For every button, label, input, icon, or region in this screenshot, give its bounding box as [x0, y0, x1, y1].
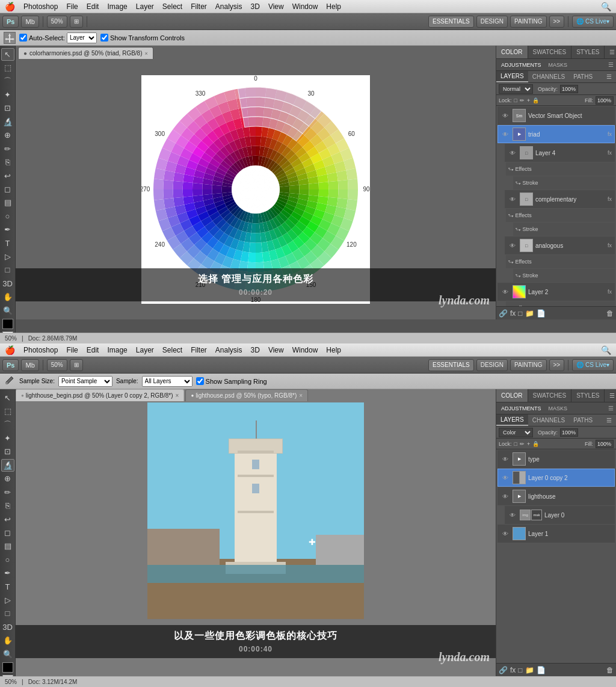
hand-tool-btn-b[interactable]: ✋	[1, 634, 14, 646]
move-tool-btn-b[interactable]: ↖	[1, 392, 14, 404]
menu-view[interactable]: View	[268, 2, 284, 11]
styles-tab-b[interactable]: STYLES	[571, 389, 605, 402]
layer-complementary[interactable]: 👁 □ complementary fx	[505, 190, 615, 208]
menu-select-b[interactable]: Select	[162, 346, 182, 354]
menu-image[interactable]: Image	[107, 2, 127, 11]
new-layer-btn[interactable]: 📄	[537, 309, 546, 318]
arrange-btn[interactable]: ⊞	[70, 16, 83, 28]
clone-tool-btn-b[interactable]: ⎘	[1, 499, 14, 511]
menu-edit[interactable]: Edit	[87, 2, 99, 11]
layer-eye-comp[interactable]: 👁	[508, 194, 517, 204]
foreground-color-b[interactable]	[2, 662, 13, 673]
history-brush-btn-b[interactable]: ↩	[1, 513, 14, 525]
clone-tool-btn[interactable]: ⎘	[1, 156, 14, 168]
menu-select[interactable]: Select	[162, 2, 182, 11]
color-harmonies-tab[interactable]: ● colorharmonies.psd @ 50% (triad, RGB/8…	[18, 47, 153, 59]
layer-eye-4[interactable]: 👁	[508, 148, 517, 158]
gradient-tool-btn[interactable]: ▤	[1, 197, 14, 209]
layer-0-mask[interactable]: 👁 img msk Layer 0	[505, 506, 615, 524]
brush-tool-btn-b[interactable]: ✏	[1, 486, 14, 498]
menu-analysis[interactable]: Analysis	[215, 2, 242, 11]
color-tab[interactable]: COLOR	[496, 46, 528, 58]
color-tab-b[interactable]: COLOR	[496, 389, 528, 402]
design-btn-b[interactable]: DESIGN	[476, 359, 508, 371]
menu-file[interactable]: File	[66, 2, 78, 11]
eraser-tool-btn[interactable]: ◻	[1, 183, 14, 195]
path-select-btn[interactable]: ▷	[1, 250, 14, 262]
eyedropper-btn[interactable]: 🔬	[1, 116, 14, 128]
more-btn-b[interactable]: >>	[549, 359, 565, 371]
channels-tab-b[interactable]: CHANNELS	[528, 414, 569, 426]
layer-eye-copy2[interactable]: 👁	[500, 473, 510, 482]
add-style-btn-b[interactable]: fx	[510, 666, 516, 674]
layer-eye-1b[interactable]: 👁	[500, 529, 510, 538]
pen-tool-btn-b[interactable]: ✒	[1, 567, 14, 579]
blend-mode-select[interactable]: Normal Multiply Color	[499, 84, 533, 94]
layer-analogous[interactable]: 👁 □ analogous fx	[505, 236, 615, 254]
lock-transparent-btn[interactable]: □	[514, 97, 517, 103]
panel-menu-btn[interactable]: ☰	[605, 46, 616, 58]
menu-photoshop[interactable]: Photoshop	[23, 2, 58, 11]
text-tool-btn[interactable]: T	[1, 237, 14, 249]
cs-live-btn-b[interactable]: 🌐 CS Live▾	[572, 359, 614, 371]
hand-tool-btn[interactable]: ✋	[1, 291, 14, 303]
more-workspaces-btn[interactable]: >>	[549, 16, 565, 28]
sample-select[interactable]: All Layers Current Layer	[142, 376, 192, 387]
heal-tool-btn[interactable]: ⊕	[1, 129, 14, 141]
menu-view-b[interactable]: View	[268, 346, 284, 354]
blend-mode-select-b[interactable]: Color Normal Multiply	[499, 428, 533, 437]
add-mask-btn[interactable]: □	[518, 309, 522, 318]
menu-edit-b[interactable]: Edit	[87, 346, 99, 354]
lock-image-btn-b[interactable]: ✏	[520, 441, 525, 447]
magic-wand-btn-b[interactable]: ✦	[1, 432, 14, 444]
swatches-tab[interactable]: SWATCHES	[528, 46, 572, 58]
zoom-btn[interactable]: 50%	[47, 16, 67, 28]
lasso-tool-btn[interactable]: ⌒	[1, 75, 14, 87]
layer-eye-2[interactable]: 👁	[500, 287, 510, 297]
menu-3d-b[interactable]: 3D	[251, 346, 260, 354]
layer-0-copy-2[interactable]: 👁 Layer 0 copy 2	[497, 469, 615, 487]
link-layers-btn-b[interactable]: 🔗	[499, 666, 508, 674]
paths-tab[interactable]: PATHS	[569, 71, 597, 82]
paths-tab-b[interactable]: PATHS	[569, 414, 597, 426]
menu-filter[interactable]: Filter	[191, 2, 207, 11]
brush-tool-btn[interactable]: ✏	[1, 143, 14, 155]
apple-menu[interactable]: 🍎	[5, 2, 15, 11]
text-tool-btn-b[interactable]: T	[1, 581, 14, 593]
menu-layer[interactable]: Layer	[136, 2, 154, 11]
menu-image-b[interactable]: Image	[107, 346, 127, 354]
tab-close-icon[interactable]: ●	[23, 50, 27, 57]
add-style-btn[interactable]: fx	[510, 309, 516, 318]
close-tab-1[interactable]: ×	[176, 392, 179, 399]
cs-live-btn[interactable]: 🌐 CS Live▾	[572, 16, 614, 28]
magic-wand-btn[interactable]: ✦	[1, 88, 14, 100]
new-group-btn-b[interactable]: 📁	[525, 666, 534, 674]
layer-eye-type[interactable]: 👁	[500, 454, 510, 464]
sample-size-select[interactable]: Point Sample 3 by 3 Average	[58, 376, 112, 387]
foreground-color[interactable]	[2, 319, 13, 329]
link-layers-btn[interactable]: 🔗	[499, 309, 508, 318]
lock-all-btn[interactable]: 🔒	[532, 97, 539, 103]
shape-tool-btn[interactable]: □	[1, 264, 14, 276]
painting-btn-b[interactable]: PAINTING	[510, 359, 546, 371]
lasso-tool-btn-b[interactable]: ⌒	[1, 419, 14, 431]
essentials-btn[interactable]: ESSENTIALS	[428, 16, 474, 28]
swatches-tab-b[interactable]: SWATCHES	[528, 389, 572, 402]
history-brush-btn[interactable]: ↩	[1, 170, 14, 182]
adj-menu-btn-b[interactable]: ☰	[608, 405, 614, 411]
layer-type-folder[interactable]: 👁 ▶ type	[497, 450, 615, 468]
essentials-btn-b[interactable]: ESSENTIALS	[428, 359, 474, 371]
zoom-tool-btn-b[interactable]: 🔍	[1, 648, 14, 660]
masks-btn[interactable]: MASKS	[546, 60, 570, 70]
adj-menu-btn[interactable]: ☰	[608, 61, 614, 68]
add-mask-btn-b[interactable]: □	[518, 666, 522, 674]
layer-eye-ana[interactable]: 👁	[508, 241, 517, 250]
fill-input[interactable]	[596, 96, 614, 105]
lock-position-btn-b[interactable]: +	[527, 441, 530, 447]
3d-tool-btn[interactable]: 3D	[1, 277, 14, 289]
layer-1[interactable]: 👁 Layer 1	[497, 525, 615, 543]
layer-4[interactable]: 👁 □ Layer 4 fx	[505, 144, 615, 162]
close-tab-2[interactable]: ×	[299, 392, 303, 399]
painting-btn[interactable]: PAINTING	[510, 16, 546, 28]
dodge-tool-btn[interactable]: ○	[1, 210, 14, 222]
